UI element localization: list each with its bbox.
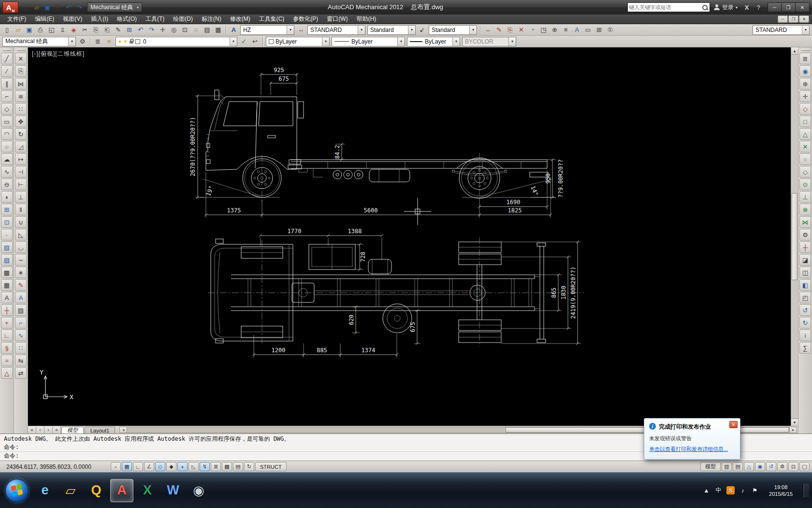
sogou-icon[interactable]: S xyxy=(726,486,735,494)
mtext-button[interactable]: A xyxy=(1,292,13,303)
qnew-button[interactable]: ▯ xyxy=(21,2,31,13)
grid-toggle[interactable]: ▦ xyxy=(122,462,132,471)
plot-button[interactable]: ⎙ xyxy=(53,2,63,13)
am-shade-button[interactable]: ◧ xyxy=(799,279,811,291)
text-edit-button[interactable]: A xyxy=(15,292,27,303)
workspace-combo-titlebar[interactable]: Mechanical 经典 xyxy=(87,2,142,12)
match-prop-button[interactable]: ✎ xyxy=(113,25,123,35)
point-button[interactable]: ∙ xyxy=(1,229,13,240)
detail-button[interactable]: ◔ xyxy=(527,25,537,35)
power-edit-button[interactable]: ✎ xyxy=(494,25,504,35)
word-taskbar-button[interactable]: W xyxy=(161,479,185,502)
ellipse-button[interactable]: ⊖ xyxy=(1,179,13,190)
layer-control-button[interactable]: ≡ xyxy=(561,25,571,35)
scroll-down-icon[interactable]: ▼ xyxy=(791,418,798,426)
publish-button[interactable]: ⇫ xyxy=(58,25,68,35)
otrack-toggle[interactable]: + xyxy=(177,462,188,471)
menu-item[interactable]: 插入(I) xyxy=(87,15,112,24)
hatch-button[interactable]: ▨ xyxy=(1,241,13,253)
text-style-combo[interactable]: HZ xyxy=(240,25,294,35)
show-hidden-icon[interactable]: ▲ xyxy=(702,486,710,494)
properties-button[interactable]: ▤ xyxy=(202,25,212,35)
next-tab-button[interactable]: › xyxy=(44,426,53,433)
paste-button[interactable]: ⎗ xyxy=(102,25,112,35)
zoom-detail-button[interactable]: ⊕ xyxy=(550,25,560,35)
make-current-button[interactable]: ✓ xyxy=(239,36,249,46)
toolbar-lock-button[interactable]: ⊡ xyxy=(788,462,798,471)
drawing-canvas[interactable]: 9256752670(??9.00R20??)84.2950??9.00R20?… xyxy=(28,47,798,426)
ellipse-arc-button[interactable]: ◖ xyxy=(1,191,13,203)
circle-button[interactable]: ○ xyxy=(1,141,13,152)
menu-item[interactable]: 视图(V) xyxy=(58,15,87,24)
dim-style-combo[interactable]: STANDARD xyxy=(307,25,365,35)
design-center-button[interactable]: ▦ xyxy=(213,25,223,35)
layer-thaw-icon[interactable] xyxy=(123,39,128,44)
table-style-combo[interactable]: Standard xyxy=(367,25,416,35)
block-editor-button[interactable]: ⊞ xyxy=(124,25,134,35)
model-space-button[interactable]: 模型 xyxy=(700,462,721,471)
undo-button[interactable]: ↶ xyxy=(135,25,145,35)
notification-link[interactable]: 单击以查看打印和发布详细信息... xyxy=(649,446,735,453)
layer-properties-button[interactable]: ≣ xyxy=(93,36,103,46)
zigzag-line-button[interactable]: ≈ xyxy=(1,355,13,366)
menu-item[interactable]: 编辑(E) xyxy=(30,15,58,24)
rectangle-button[interactable]: ▭ xyxy=(1,116,13,127)
exchange-apps-button[interactable] xyxy=(741,2,752,13)
title-border-button[interactable]: ▭ xyxy=(583,25,593,35)
volume-icon[interactable]: ♪ xyxy=(739,486,747,494)
first-tab-button[interactable]: « xyxy=(28,426,36,433)
vscroll-thumb[interactable] xyxy=(792,193,798,280)
am-info-button[interactable]: i xyxy=(799,329,811,341)
annotation-visibility-button[interactable]: ◉ xyxy=(755,462,765,471)
region-button[interactable]: ▩ xyxy=(1,267,13,278)
signin-button[interactable]: 登录 xyxy=(711,3,740,12)
start-button[interactable] xyxy=(5,479,29,502)
am-osnap-node-button[interactable]: ⊗ xyxy=(799,204,811,215)
close-button[interactable] xyxy=(796,2,810,12)
centerline-button[interactable]: ┼ xyxy=(1,304,13,316)
am-zoom-button[interactable]: ⊕ xyxy=(799,78,811,90)
hatch-edit-button[interactable]: ▨ xyxy=(15,304,27,316)
quick-properties-toggle[interactable]: ▤ xyxy=(233,462,243,471)
layer-states-button[interactable]: ≡ xyxy=(104,36,114,46)
insert-block-button[interactable]: ⊞ xyxy=(1,204,13,215)
restore-button[interactable] xyxy=(782,2,796,12)
undo-button[interactable]: ↶ xyxy=(63,2,74,13)
linetype-combo[interactable]: ByLayer xyxy=(332,37,405,46)
spline-button[interactable]: ∿ xyxy=(1,166,13,178)
revcloud-button[interactable]: ☁ xyxy=(1,153,13,165)
scroll-right-icon[interactable]: ▸ xyxy=(789,427,797,433)
fillet-button[interactable]: ◡ xyxy=(15,241,27,253)
offset-button[interactable]: ≋ xyxy=(15,90,27,102)
notification-close-icon[interactable]: ✕ xyxy=(729,421,738,428)
lineweight-combo[interactable]: ByLayer xyxy=(407,37,460,46)
construction-line-button[interactable]: + xyxy=(1,317,13,329)
arc-button[interactable]: ◠ xyxy=(1,128,13,140)
layer-on-icon[interactable] xyxy=(118,39,121,44)
qq-taskbar-button[interactable]: Q xyxy=(85,479,108,502)
application-menu-button[interactable]: AM xyxy=(2,1,18,13)
annotation-view-button[interactable]: A xyxy=(572,25,582,35)
polar-toggle[interactable]: ∠ xyxy=(144,462,154,471)
save-button[interactable]: ▣ xyxy=(42,2,53,13)
tab-layout1[interactable]: Layout1 xyxy=(85,427,115,433)
am-power-snap-button[interactable]: ◇ xyxy=(799,103,811,115)
join-button[interactable]: ∪ xyxy=(15,216,27,228)
am-osnap-qua-button[interactable]: ◇ xyxy=(799,166,811,178)
snap-toggle[interactable]: ▫ xyxy=(111,462,121,471)
menu-item[interactable]: 参数化(P) xyxy=(289,15,322,24)
am-osnap-int-button[interactable]: ✕ xyxy=(799,141,811,152)
vertical-scrollbar[interactable]: ▲ ▼ xyxy=(791,47,798,426)
menu-item[interactable]: 绘图(D) xyxy=(169,15,197,24)
balloon-button[interactable]: ① xyxy=(605,25,615,35)
show-desktop-button[interactable] xyxy=(803,484,809,497)
mline-button[interactable]: ∥ xyxy=(1,78,13,90)
osnap3d-toggle[interactable]: ◆ xyxy=(166,462,176,471)
symbol-button[interactable]: △ xyxy=(1,367,13,379)
quick-view-layouts-button[interactable]: ▥ xyxy=(722,462,732,471)
am-osnap-near-button[interactable]: ⋈ xyxy=(799,216,811,228)
am-regen-button[interactable]: ↻ xyxy=(799,317,811,329)
zoom-previous-button[interactable]: ◌ xyxy=(191,25,201,35)
polygon-button[interactable]: ◇ xyxy=(1,103,13,115)
stretch-button[interactable]: ↦ xyxy=(15,153,27,165)
